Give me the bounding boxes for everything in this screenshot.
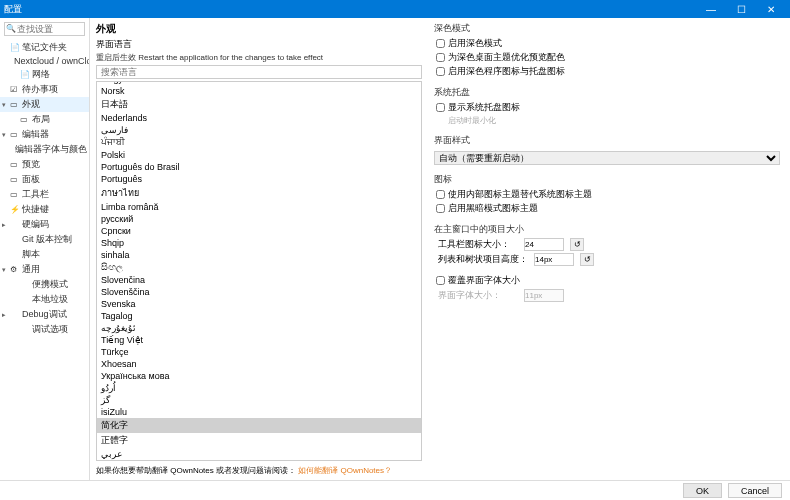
tray-minimize-disabled: 启动时最小化 — [434, 115, 780, 126]
tree-item[interactable]: 编辑器字体与颜色 — [0, 142, 89, 157]
tree-item[interactable]: ☑待办事项 — [0, 82, 89, 97]
list-height-reset[interactable]: ↺ — [580, 253, 594, 266]
darkmode-icons-checkbox[interactable] — [436, 67, 445, 76]
language-item[interactable]: සිංහල — [97, 261, 421, 274]
language-search-input[interactable] — [96, 65, 422, 79]
toolbar-size-label: 工具栏图标大小： — [438, 238, 518, 251]
icons-internal-checkbox[interactable] — [436, 190, 445, 199]
language-item[interactable]: ਪੰਜਾਬੀ — [97, 136, 421, 149]
language-list[interactable]: বাংলাHrvatskiIlonggoÍslenskaItalianoעברי… — [96, 81, 422, 461]
section-label: 界面语言 — [96, 38, 422, 51]
tree-item[interactable]: ▭面板 — [0, 172, 89, 187]
settings-tree: 📄笔记文件夹Nextcloud / ownCloud📄网络☑待办事项▾▭外观▭布… — [0, 38, 89, 339]
tree-item[interactable]: 便携模式 — [0, 277, 89, 292]
titlebar: 配置 — ☐ ✕ — [0, 0, 790, 18]
darkmode-preview-checkbox[interactable] — [436, 53, 445, 62]
window-title: 配置 — [4, 3, 696, 16]
darkmode-title: 深色模式 — [434, 22, 780, 35]
close-button[interactable]: ✕ — [756, 0, 786, 18]
language-item[interactable]: русский — [97, 213, 421, 225]
language-item[interactable]: isiZulu — [97, 406, 421, 418]
tree-item[interactable]: Nextcloud / ownCloud — [0, 55, 89, 67]
language-item[interactable]: Norsk — [97, 85, 421, 97]
language-item[interactable]: Українська мова — [97, 370, 421, 382]
language-item[interactable]: فارسی — [97, 124, 421, 136]
search-icon: 🔍 — [6, 24, 16, 33]
language-item[interactable]: Limba română — [97, 201, 421, 213]
language-item[interactable]: اُردُو — [97, 382, 421, 394]
language-item[interactable]: Српски — [97, 225, 421, 237]
language-item[interactable]: Polski — [97, 149, 421, 161]
tree-item[interactable]: ▾▭外观 — [0, 97, 89, 112]
tree-item[interactable]: 📄网络 — [0, 67, 89, 82]
language-item[interactable]: Nederlands — [97, 112, 421, 124]
tree-item[interactable]: ⚡快捷键 — [0, 202, 89, 217]
translate-link[interactable]: 如何能翻译 QOwnNotes？ — [298, 466, 392, 475]
language-item[interactable]: عربي — [97, 448, 421, 460]
icons-title: 图标 — [434, 173, 780, 186]
tree-item[interactable]: ▸Debug调试 — [0, 307, 89, 322]
minimize-button[interactable]: — — [696, 0, 726, 18]
list-height-spinner[interactable] — [534, 253, 574, 266]
language-item[interactable]: ئۇيغۇرچە — [97, 322, 421, 334]
tree-item[interactable]: ▭预览 — [0, 157, 89, 172]
darkmode-enable-checkbox[interactable] — [436, 39, 445, 48]
language-item[interactable]: Türkçe — [97, 346, 421, 358]
page-title: 外观 — [96, 22, 422, 36]
tray-title: 系统托盘 — [434, 86, 780, 99]
language-item[interactable]: Tiếng Việt — [97, 334, 421, 346]
language-item[interactable]: گز — [97, 394, 421, 406]
language-item[interactable]: Slovenščina — [97, 286, 421, 298]
language-item[interactable]: Português do Brasil — [97, 161, 421, 173]
language-item[interactable]: Xhoesan — [97, 358, 421, 370]
language-item[interactable]: 简化字 — [97, 418, 421, 433]
tree-item[interactable]: 调试选项 — [0, 322, 89, 337]
ok-button[interactable]: OK — [683, 483, 722, 498]
window-controls: — ☐ ✕ — [696, 0, 786, 18]
font-size-label: 界面字体大小： — [438, 289, 518, 302]
toolbar-size-spinner[interactable] — [524, 238, 564, 251]
dialog-footer: OK Cancel — [0, 480, 790, 500]
list-height-label: 列表和树状项目高度： — [438, 253, 528, 266]
language-item[interactable]: Tagalog — [97, 310, 421, 322]
icons-dark-checkbox[interactable] — [436, 204, 445, 213]
tree-item[interactable]: ▭工具栏 — [0, 187, 89, 202]
settings-search-input[interactable] — [4, 22, 85, 36]
language-item[interactable]: sinhala — [97, 249, 421, 261]
style-title: 界面样式 — [434, 134, 780, 147]
sizes-title: 在主窗口中的项目大小 — [434, 223, 780, 236]
language-item[interactable]: Svenska — [97, 298, 421, 310]
tray-show-checkbox[interactable] — [436, 103, 445, 112]
font-override-checkbox[interactable] — [436, 276, 445, 285]
language-item[interactable]: 正體字 — [97, 433, 421, 448]
tree-item[interactable]: 本地垃圾 — [0, 292, 89, 307]
toolbar-size-reset[interactable]: ↺ — [570, 238, 584, 251]
tree-item[interactable]: ▾▭编辑器 — [0, 127, 89, 142]
tree-item[interactable]: ▭布局 — [0, 112, 89, 127]
language-item[interactable]: Shqip — [97, 237, 421, 249]
tree-item[interactable]: ▾⚙通用 — [0, 262, 89, 277]
cancel-button[interactable]: Cancel — [728, 483, 782, 498]
tree-item[interactable]: Git 版本控制 — [0, 232, 89, 247]
tree-item[interactable]: 📄笔记文件夹 — [0, 40, 89, 55]
language-item[interactable]: ภาษาไทย — [97, 185, 421, 201]
style-select[interactable]: 自动（需要重新启动） — [434, 151, 780, 165]
tree-item[interactable]: 脚本 — [0, 247, 89, 262]
tree-item[interactable]: ▸硬编码 — [0, 217, 89, 232]
language-item[interactable]: Slovenčina — [97, 274, 421, 286]
restart-note: 重启后生效 Restart the application for the ch… — [96, 52, 422, 63]
language-item[interactable]: Português — [97, 173, 421, 185]
translate-note: 如果你想要帮助翻译 QOwnNotes 或者发现问题请阅读： 如何能翻译 QOw… — [96, 465, 422, 476]
maximize-button[interactable]: ☐ — [726, 0, 756, 18]
settings-sidebar: 🔍 📄笔记文件夹Nextcloud / ownCloud📄网络☑待办事项▾▭外观… — [0, 18, 90, 480]
font-size-spinner — [524, 289, 564, 302]
language-item[interactable]: 日本語 — [97, 97, 421, 112]
